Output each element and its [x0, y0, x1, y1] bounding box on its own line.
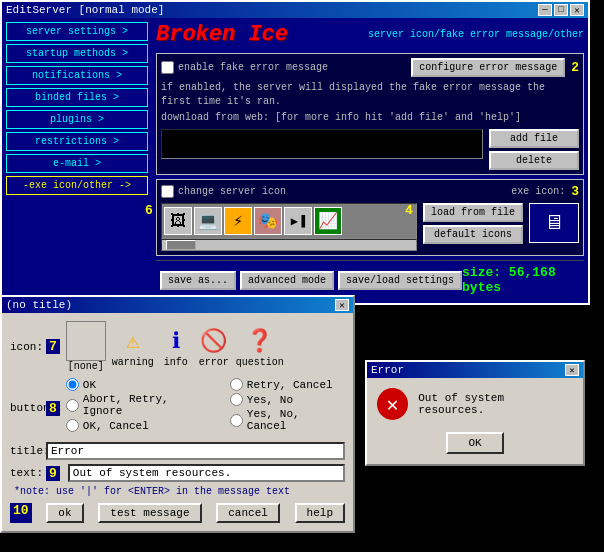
radio-yesno-label: Yes, No	[247, 394, 293, 406]
sidebar-item-email[interactable]: e-mail >	[6, 154, 148, 173]
icon-error-opt[interactable]: 🚫 error	[198, 325, 230, 368]
badge-3: 3	[571, 184, 579, 199]
text-field-input[interactable]	[68, 464, 345, 482]
radio-abort-input[interactable]	[66, 399, 79, 412]
dialog-cancel-btn[interactable]: cancel	[216, 503, 280, 523]
icon-thumb-1[interactable]: 🖼	[164, 207, 192, 235]
dialog-ok-btn[interactable]: ok	[46, 503, 83, 523]
radio-retry-cancel: Retry, Cancel	[230, 378, 345, 391]
load-from-file-btn[interactable]: load from file	[423, 203, 523, 222]
sidebar-item-plugins[interactable]: plugins >	[6, 110, 148, 129]
scrollbar-thumb[interactable]	[166, 240, 196, 250]
title-field-input[interactable]	[46, 442, 345, 460]
error-icon: ✕	[377, 388, 408, 420]
sidebar-item-startup-methods[interactable]: startup methods >	[6, 44, 148, 63]
title-field-row: title:	[10, 442, 345, 460]
top-header: Broken Ice server icon/fake error messag…	[156, 22, 584, 47]
icon-strip: 🖼 💻 ⚡ 🎭 ▶▐ 📈	[161, 203, 417, 239]
save-as-btn[interactable]: save as...	[160, 271, 236, 290]
sidebar-item-restrictions[interactable]: restrictions >	[6, 132, 148, 151]
minimize-button[interactable]: ─	[538, 4, 552, 16]
error-dialog-title-text: Error	[371, 364, 404, 376]
add-file-btn[interactable]: add file	[489, 129, 579, 148]
save-load-settings-btn[interactable]: save/load settings	[338, 271, 462, 290]
fake-error-btns: add file delete	[489, 129, 579, 170]
title-bar-buttons: ─ □ ✕	[538, 4, 584, 16]
sidebar-item-notifications[interactable]: notifications >	[6, 66, 148, 85]
dialog-title-buttons: ✕	[335, 299, 349, 311]
dialog-bottom-btns: 10 ok test message cancel help	[10, 503, 345, 523]
configure-error-btn[interactable]: configure error message	[411, 58, 565, 77]
radio-retrycancel-input[interactable]	[230, 378, 243, 391]
icon-thumb-2[interactable]: 💻	[194, 207, 222, 235]
error-message: Out of system resources.	[418, 392, 573, 416]
sidebar-item-binded-files[interactable]: binded files >	[6, 88, 148, 107]
icon-thumb-5[interactable]: ▶▐	[284, 207, 312, 235]
dialog-close-btn[interactable]: ✕	[335, 299, 349, 311]
dialog-help-btn[interactable]: help	[295, 503, 345, 523]
change-server-icon-label: change server icon	[178, 186, 286, 197]
fake-error-desc1: if enabled, the server will displayed th…	[161, 81, 579, 109]
radio-yesno-input[interactable]	[230, 393, 243, 406]
icon-thumb-4[interactable]: 🎭	[254, 207, 282, 235]
badge-9: 9	[46, 466, 60, 481]
icon-row: icon: 7 [none] ⚠ warning ℹ info 🚫 error	[10, 321, 345, 372]
close-button[interactable]: ✕	[570, 4, 584, 16]
badge-2: 2	[571, 60, 579, 75]
dialog-title-bar: (no title) ✕	[2, 297, 353, 313]
error-ok-btn[interactable]: OK	[446, 432, 503, 454]
exe-icon-preview: 🖥	[529, 203, 579, 243]
fake-error-checkbox[interactable]	[161, 61, 174, 74]
icon-row-label: icon:	[10, 341, 40, 353]
icon-warning-opt[interactable]: ⚠ warning	[112, 325, 154, 368]
advanced-mode-btn[interactable]: advanced mode	[240, 271, 334, 290]
badge-10: 10	[10, 503, 32, 523]
icon-info-opt[interactable]: ℹ info	[160, 325, 192, 368]
radio-retrycancel-label: Retry, Cancel	[247, 379, 333, 391]
server-icon-section: change server icon exe icon: 3 6 🖼 💻	[156, 179, 584, 256]
delete-btn[interactable]: delete	[489, 151, 579, 170]
bottom-buttons: save as... advanced mode save/load setti…	[160, 271, 462, 290]
badge-6: 6	[145, 203, 153, 218]
radio-col-left: OK Abort, Retry, Ignore OK, Cancel	[66, 378, 214, 432]
icon-none-opt[interactable]: [none]	[66, 321, 106, 372]
icon-action-btns: 4 load from file default icons	[423, 203, 523, 244]
text-field-label: text:	[10, 467, 40, 479]
change-server-icon-checkbox[interactable]	[161, 185, 174, 198]
title-field-label: title:	[10, 445, 40, 457]
sidebar-item-exe-icon[interactable]: -exe icon/other ->	[6, 176, 148, 195]
icon-none-img	[66, 321, 106, 361]
icon-error-label: error	[199, 357, 229, 368]
radio-yes-no-cancel: Yes, No, Cancel	[230, 408, 345, 432]
radio-yesnocancel-input[interactable]	[230, 414, 243, 427]
icon-strip-container: 6 🖼 💻 ⚡ 🎭 ▶▐ 📈	[161, 203, 417, 251]
icon-scrollbar[interactable]	[161, 239, 417, 251]
icon-thumb-6[interactable]: 📈	[314, 207, 342, 235]
fake-error-section: enable fake error message configure erro…	[156, 53, 584, 175]
dialog-test-message-btn[interactable]: test message	[98, 503, 201, 523]
radio-okcancel-input[interactable]	[66, 419, 79, 432]
icon-question-opt[interactable]: ❓ question	[236, 325, 284, 368]
radio-yesnocancel-label: Yes, No, Cancel	[247, 408, 345, 432]
fake-error-checkbox-row: enable fake error message configure erro…	[161, 58, 579, 77]
radio-yes-no: Yes, No	[230, 393, 345, 406]
default-icons-btn[interactable]: default icons	[423, 225, 523, 244]
dialog-title-text: (no title)	[6, 299, 72, 311]
badge-7: 7	[46, 339, 60, 354]
bottom-bar: save as... advanced mode save/load setti…	[156, 260, 584, 299]
icon-warning-label: warning	[112, 357, 154, 368]
error-dialog: Error ✕ ✕ Out of system resources. OK	[365, 360, 585, 466]
maximize-button[interactable]: □	[554, 4, 568, 16]
sidebar: server settings > startup methods > noti…	[2, 18, 152, 303]
radio-ok: OK	[66, 378, 214, 391]
badge-4: 4	[405, 203, 413, 218]
radio-col-right: Retry, Cancel Yes, No Yes, No, Cancel	[230, 378, 345, 432]
error-dialog-close-btn[interactable]: ✕	[565, 364, 579, 376]
icon-question-img: ❓	[244, 325, 276, 357]
icon-none-label: [none]	[68, 361, 104, 372]
radio-abort-label: Abort, Retry, Ignore	[83, 393, 214, 417]
radio-ok-input[interactable]	[66, 378, 79, 391]
sidebar-item-server-settings[interactable]: server settings >	[6, 22, 148, 41]
hint-text: *note: use '|' for <ENTER> in the messag…	[14, 486, 345, 497]
icon-thumb-3[interactable]: ⚡	[224, 207, 252, 235]
